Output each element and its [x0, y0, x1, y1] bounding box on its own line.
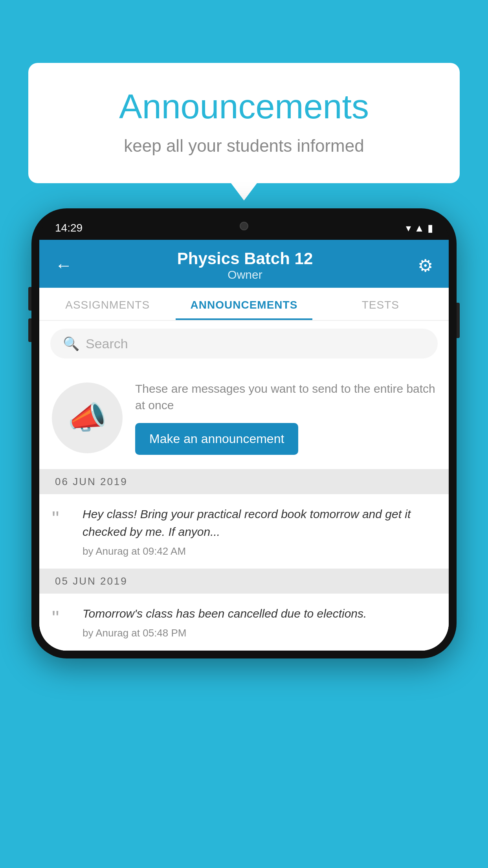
announcement-content-2: Tomorrow's class has been cancelled due … — [83, 605, 436, 639]
phone-screen: ← Physics Batch 12 Owner ⚙ ASSIGNMENTS A… — [39, 240, 449, 651]
announcement-content-1: Hey class! Bring your practical record b… — [83, 505, 436, 557]
speech-bubble-container: Announcements keep all your students inf… — [28, 63, 460, 183]
date-separator-1: 06 JUN 2019 — [39, 469, 449, 494]
wifi-icon: ▾ — [406, 222, 411, 234]
search-bar[interactable]: 🔍 Search — [50, 329, 438, 359]
power-button — [457, 303, 460, 338]
app-header: ← Physics Batch 12 Owner ⚙ — [39, 240, 449, 288]
tab-tests[interactable]: TESTS — [312, 288, 449, 320]
make-announcement-button[interactable]: Make an announcement — [135, 423, 298, 455]
announcement-item-1[interactable]: " Hey class! Bring your practical record… — [39, 494, 449, 569]
tab-assignments[interactable]: ASSIGNMENTS — [39, 288, 176, 320]
announcement-text-1: Hey class! Bring your practical record b… — [83, 505, 436, 541]
signal-icon: ▲ — [414, 222, 424, 234]
megaphone-circle: 📣 — [52, 383, 123, 453]
quote-icon-2: " — [52, 608, 72, 628]
phone-notch — [209, 216, 279, 236]
prompt-right: These are messages you want to send to t… — [135, 381, 436, 455]
speech-bubble-subtitle: keep all your students informed — [60, 136, 428, 156]
header-center: Physics Batch 12 Owner — [177, 249, 313, 281]
phone-outer: 14:29 ▾ ▲ ▮ ← Physics Batch 12 Owner ⚙ — [31, 208, 457, 658]
phone-mockup: 14:29 ▾ ▲ ▮ ← Physics Batch 12 Owner ⚙ — [31, 208, 457, 658]
announcement-meta-1: by Anurag at 09:42 AM — [83, 545, 436, 557]
search-input[interactable]: Search — [86, 336, 128, 351]
battery-icon: ▮ — [427, 222, 433, 234]
announcement-item-2[interactable]: " Tomorrow's class has been cancelled du… — [39, 594, 449, 651]
date-separator-2: 05 JUN 2019 — [39, 569, 449, 594]
back-button[interactable]: ← — [55, 256, 72, 275]
speech-bubble-title: Announcements — [60, 86, 428, 127]
user-role: Owner — [177, 268, 313, 281]
tabs-bar: ASSIGNMENTS ANNOUNCEMENTS TESTS — [39, 288, 449, 321]
announcement-prompt: 📣 These are messages you want to send to… — [39, 366, 449, 469]
status-bar: 14:29 ▾ ▲ ▮ — [39, 216, 449, 240]
quote-icon-1: " — [52, 508, 72, 529]
status-icons: ▾ ▲ ▮ — [406, 222, 433, 234]
volume-down-button — [28, 318, 31, 342]
status-time: 14:29 — [55, 222, 83, 234]
announcement-text-2: Tomorrow's class has been cancelled due … — [83, 605, 436, 622]
search-container: 🔍 Search — [39, 321, 449, 366]
search-icon: 🔍 — [63, 336, 79, 351]
megaphone-icon: 📣 — [68, 399, 107, 436]
settings-icon[interactable]: ⚙ — [418, 256, 433, 276]
prompt-description: These are messages you want to send to t… — [135, 381, 436, 414]
announcement-meta-2: by Anurag at 05:48 PM — [83, 627, 436, 639]
tab-announcements[interactable]: ANNOUNCEMENTS — [176, 288, 312, 320]
batch-title: Physics Batch 12 — [177, 249, 313, 268]
speech-bubble: Announcements keep all your students inf… — [28, 63, 460, 183]
front-camera — [240, 222, 248, 230]
volume-up-button — [28, 287, 31, 311]
